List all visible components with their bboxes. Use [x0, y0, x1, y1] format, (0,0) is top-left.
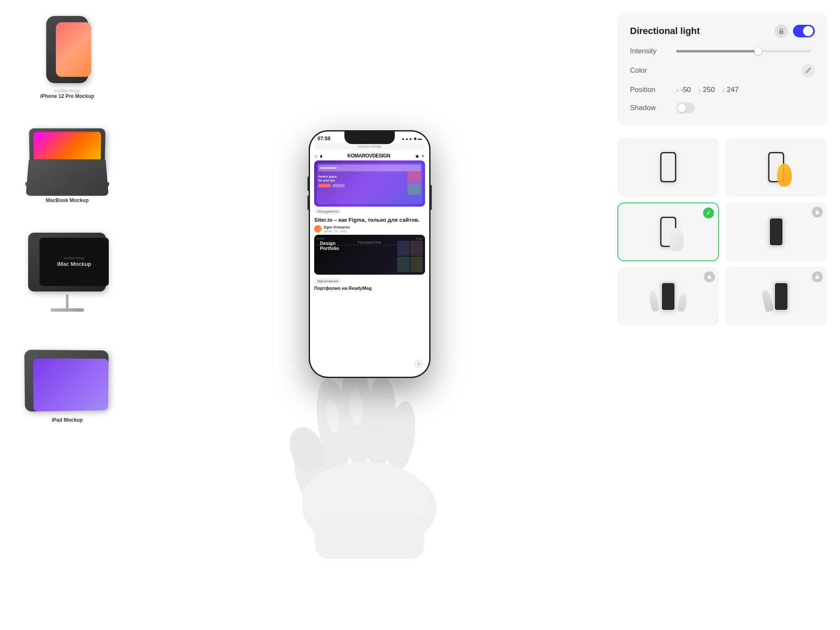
intensity-slider-thumb[interactable]: [754, 47, 762, 55]
portfolio-image-grid: [397, 241, 423, 272]
phone-tag2: Вдохновение: [314, 278, 341, 284]
thumb-card-4[interactable]: [725, 202, 827, 261]
color-picker-button[interactable]: [801, 64, 815, 77]
pos-z-group: z 247: [722, 86, 739, 94]
light-settings-card: Directional light Intensity: [617, 13, 827, 125]
shadow-row: Shadow: [630, 102, 815, 113]
thumb-card-2[interactable]: [725, 138, 827, 197]
phone-screen-area: 07:58 ▲▲▲ ◈ ▬ komarov.design ⌕ ◗: [310, 131, 429, 377]
hero-card2: [407, 183, 421, 195]
phone-side-button: [430, 185, 432, 210]
macbook-keyboard: [26, 159, 109, 196]
thumb-card-1[interactable]: [617, 138, 719, 197]
phone-url-bar: komarov.design: [314, 143, 425, 150]
phone-tag1: Инструменты: [314, 209, 342, 214]
status-time: 07:58: [318, 136, 331, 142]
scroll-up-btn[interactable]: ↑: [414, 359, 423, 368]
main-mockup-wrapper: 07:58 ▲▲▲ ◈ ▬ komarov.design ⌕ ◗: [244, 122, 496, 508]
sidebar-item-imac[interactable]: morflax things iMac Mockup: [17, 228, 118, 321]
thumb-card-3[interactable]: ✓: [617, 202, 719, 261]
macbook-name-label: MacBook Mockup: [46, 197, 89, 203]
svg-rect-8: [315, 517, 424, 559]
thumb2-hand: [777, 163, 792, 186]
battery-icon: ▬: [418, 136, 422, 141]
intensity-slider-container[interactable]: [676, 47, 815, 55]
thumb1-inner: [617, 138, 719, 197]
thumb-card-6[interactable]: [725, 267, 827, 326]
intensity-slider-fill: [676, 50, 757, 52]
phone-vol-down: [307, 195, 309, 210]
ipad-mockup-preview: [21, 346, 113, 415]
phone-article-title: Siter.io – как Figma, только для сайтов.: [314, 216, 425, 224]
menu-icon: ≡: [422, 154, 424, 158]
imac-screen-text: morflax things iMac Mockup: [57, 256, 92, 268]
wifi-icon: ◈: [414, 136, 417, 141]
thumb2-inner: [725, 138, 827, 197]
moon-icon: ◗: [320, 154, 322, 158]
hero-cards-mock: [407, 171, 421, 195]
svg-rect-13: [816, 212, 819, 214]
thumb3-hand: [669, 228, 684, 251]
iphone-mockup-preview: [40, 13, 94, 86]
thumb5-phone-screen: [662, 283, 675, 310]
pos-x-value[interactable]: -50: [681, 86, 691, 94]
pos-y-value[interactable]: 250: [703, 86, 715, 94]
sidebar-item-iphone[interactable]: morflax things iPhone 12 Pro Mockup: [36, 8, 99, 103]
phone-author-name: Egor Komarov: [324, 225, 350, 229]
ipad-screen: [33, 358, 109, 411]
macbook-mockup-preview: [21, 129, 113, 196]
search-icon: ⌕: [315, 154, 318, 158]
portfolio-title: DesignPortfolio: [320, 241, 339, 251]
portfolio-nav-row: Similar 13 шт: [317, 237, 423, 240]
imac-base: [50, 308, 84, 312]
light-card-header: Directional light: [630, 24, 815, 38]
thumb6-phone: [773, 281, 789, 312]
pos-x-axis: x: [676, 87, 679, 93]
portfolio-img1: [397, 241, 410, 256]
ipad-screen-grad: [33, 358, 109, 411]
shadow-toggle[interactable]: [676, 102, 695, 113]
intensity-slider-track: [676, 50, 811, 52]
thumb5-phone: [660, 281, 676, 312]
portfolio-page-count: 13 шт: [416, 237, 423, 240]
phone-article2-partial: Портфолио на ReadyMag: [314, 286, 425, 291]
position-row: Position x -50 y 250 z 247: [630, 86, 815, 94]
hero-content-mock: Perfect placefor your pet.: [317, 173, 423, 189]
thumb1-phone: [660, 152, 676, 182]
lock-icon-button[interactable]: [774, 24, 788, 38]
portfolio-img2: [410, 241, 423, 256]
hero-card1: [407, 171, 421, 182]
thumb-card-5[interactable]: [617, 267, 719, 326]
svg-point-12: [781, 32, 782, 33]
position-label: Position: [630, 86, 676, 94]
thumb6-shape: [761, 289, 774, 312]
hero-btn1: [318, 184, 331, 187]
thumb4-phone: [768, 217, 784, 247]
user-icon: ◉: [415, 154, 419, 158]
thumb1-phone-screen: [662, 153, 675, 181]
phone-author-row: Egor Komarov февр. 09, 2021: [314, 225, 425, 233]
phone-author-avatar: [314, 225, 322, 233]
status-icons: ▲▲▲ ◈ ▬: [401, 136, 422, 142]
sidebar-item-ipad[interactable]: iPad Mockup: [17, 342, 118, 427]
hero-nav-mock: [318, 165, 421, 171]
color-label: Color: [630, 66, 676, 75]
lock-small-icon2: [707, 274, 711, 279]
selected-check-badge: ✓: [703, 207, 714, 218]
nav-icons-left: ⌕ ◗: [315, 154, 322, 158]
pos-z-value[interactable]: 247: [727, 86, 738, 94]
lock-icon: [778, 28, 784, 34]
nav-icons-right: ◉ ≡: [415, 154, 424, 158]
sidebar-item-macbook[interactable]: MacBook Mockup: [17, 124, 118, 207]
iphone-screen: [56, 22, 91, 77]
light-toggle[interactable]: [793, 25, 815, 37]
thumb5-shape1: [648, 290, 659, 312]
portfolio-img3: [397, 257, 410, 272]
portfolio-nav-label: Similar: [317, 237, 324, 240]
phone-author-date: февр. 09, 2021: [324, 229, 350, 233]
hero-buttons-mock: [318, 184, 421, 187]
pos-x-group: x -50: [676, 86, 691, 94]
hero-tagline-mock: Perfect placefor your pet.: [318, 175, 421, 182]
phone-vol-up: [307, 176, 309, 191]
phone-notch: [344, 131, 395, 144]
